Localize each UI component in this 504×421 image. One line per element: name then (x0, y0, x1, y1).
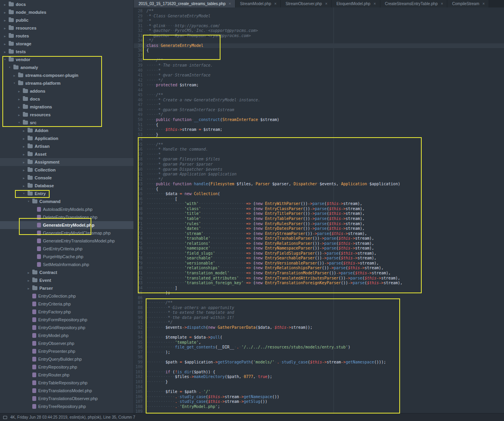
chevron-right-icon[interactable]: ▶ (22, 129, 26, 132)
code-line[interactable]: 97········); (134, 350, 504, 355)
code-line[interactable]: 100 (134, 365, 504, 370)
code-line[interactable]: 78················'searchable'··········… (134, 256, 504, 261)
tree-item-streams-composer-plugin[interactable]: ▶streams-composer-plugin (0, 71, 133, 79)
tab-EloquentModel.php[interactable]: EloquentModel.php× (332, 0, 380, 7)
chevron-right-icon[interactable]: ▶ (3, 27, 7, 30)
tree-item-EntryTableRepository.php[interactable]: EntryTableRepository.php (0, 379, 133, 387)
tree-item-docs[interactable]: ▶docs (0, 0, 133, 8)
code-line[interactable]: 45····/** (134, 93, 504, 98)
code-line[interactable]: 89·········*·to·extend·the·template·and (134, 310, 504, 315)
tree-item-routes[interactable]: ▶routes (0, 32, 133, 40)
chevron-right-icon[interactable]: ▶ (17, 90, 21, 93)
code-line[interactable]: 41·····*·@var·StreamInterface (134, 73, 504, 78)
tree-item-GenerateEntryModelClassmap.php[interactable]: GenerateEntryModelClassmap.php (0, 229, 133, 237)
code-line[interactable]: 65········$data·=·new·Collection( (134, 192, 504, 197)
code-line[interactable]: 79················'versionable'·········… (134, 261, 504, 266)
tree-item-storage[interactable]: ▶storage (0, 40, 133, 48)
chevron-down-icon[interactable]: ▼ (27, 200, 30, 203)
tree-item-streams-platform[interactable]: ▼streams-platform (0, 79, 133, 87)
tree-item-EntryPresenter.php[interactable]: EntryPresenter.php (0, 347, 133, 355)
code-line[interactable]: 101········if·(!is_dir($path))·{ (134, 370, 504, 375)
tree-item-Parser[interactable]: ▶Parser (0, 284, 133, 292)
code-line[interactable]: 95············'template', (134, 340, 504, 345)
chevron-right-icon[interactable]: ▶ (22, 177, 26, 179)
file-tree[interactable]: ▶docs▶node_modules▶public▶resources▶rout… (0, 0, 134, 413)
code-line[interactable]: 53····} (134, 132, 504, 138)
tree-item-Assignment[interactable]: ▶Assignment (0, 158, 133, 166)
tree-item-resources[interactable]: ▶resources (0, 111, 133, 119)
code-line[interactable]: 73················'stream'··············… (134, 231, 504, 237)
code-line[interactable]: 69················'title'···············… (134, 211, 504, 216)
chevron-right-icon[interactable]: ▶ (22, 161, 26, 164)
code-line[interactable]: 66············[ (134, 197, 504, 202)
code-line[interactable]: 34·*/ (134, 38, 504, 43)
tree-item-EntryCollection.php[interactable]: EntryCollection.php (0, 292, 133, 300)
code-line[interactable]: 51····{ (134, 123, 504, 128)
tree-item-PurgeHttpCache.php[interactable]: PurgeHttpCache.php (0, 253, 133, 261)
chevron-down-icon[interactable]: ▼ (13, 82, 16, 84)
code-line[interactable]: 106············.·studly_case($this->stre… (134, 395, 504, 400)
code-line[interactable]: 31·*·@link····http://pyrocms.com/ (134, 24, 504, 29)
chevron-right-icon[interactable]: ▶ (22, 137, 26, 140)
code-line[interactable]: 71················'rules'···············… (134, 222, 504, 227)
code-line[interactable]: 70················'table'···············… (134, 216, 504, 222)
tree-item-Entry[interactable]: ▼Entry (0, 190, 133, 197)
code-line[interactable]: 109 (134, 409, 504, 413)
tree-item-docs[interactable]: ▶docs (0, 95, 133, 103)
tree-item-AutoloadEntryModels.php[interactable]: AutoloadEntryModels.php (0, 205, 133, 213)
chevron-right-icon[interactable]: ▶ (22, 153, 26, 156)
code-line[interactable]: 96············file_get_contents(__DIR__·… (134, 345, 504, 350)
chevron-right-icon[interactable]: ▶ (13, 74, 16, 77)
code-line[interactable]: 76················'namespace'···········… (134, 246, 504, 251)
tree-item-EntryCriteria.php[interactable]: EntryCriteria.php (0, 300, 133, 308)
code-line[interactable]: 86 (134, 296, 504, 301)
code-line[interactable]: 47·····* (134, 102, 504, 108)
code-line[interactable]: 62·····*/ (134, 177, 504, 182)
tree-item-Command[interactable]: ▼Command (0, 197, 133, 205)
code-line[interactable]: 46·····*·Create·a·new·GenerateEntryModel… (134, 98, 504, 103)
code-line[interactable]: 107············.·studly_case($this->stre… (134, 399, 504, 404)
code-line[interactable]: 81················'translation_model'···… (134, 271, 504, 276)
code-line[interactable]: 36{ (134, 48, 504, 53)
chevron-right-icon[interactable]: ▶ (27, 279, 30, 282)
chevron-right-icon[interactable]: ▶ (3, 11, 7, 14)
code-line[interactable]: 50····public·function·__construct(Stream… (134, 117, 504, 123)
code-line[interactable]: 82················'translated_attributes… (134, 276, 504, 281)
code-line[interactable]: 29·*·Class·GenerateEntryModel (134, 14, 504, 19)
tree-item-GetEntryCriteria.php[interactable]: GetEntryCriteria.php (0, 245, 133, 253)
code-line[interactable]: 105········$file·=·$path·.·'/' (134, 389, 504, 395)
code-line[interactable]: 80················'relationships'·······… (134, 266, 504, 271)
tree-item-SetMetaInformation.php[interactable]: SetMetaInformation.php (0, 261, 133, 268)
chevron-right-icon[interactable]: ▶ (17, 98, 21, 101)
tree-item-EntryModel.php[interactable]: EntryModel.php (0, 332, 133, 339)
tree-item-node_modules[interactable]: ▶node_modules (0, 8, 133, 16)
code-line[interactable]: 56·····*·Handle·the·command. (134, 147, 504, 152)
code-line[interactable]: 42·····*/ (134, 78, 504, 83)
tree-item-src[interactable]: ▼src (0, 119, 133, 127)
chevron-right-icon[interactable]: ▶ (22, 169, 26, 171)
tree-item-Addon[interactable]: ▶Addon (0, 127, 133, 134)
code-line[interactable]: 102············$files->makeDirectory($pa… (134, 374, 504, 380)
tree-item-DeleteEntryTranslations.php[interactable]: DeleteEntryTranslations.php (0, 213, 133, 221)
tree-item-EntryTreeRepository.php[interactable]: EntryTreeRepository.php (0, 402, 133, 410)
close-icon[interactable]: × (441, 2, 443, 6)
tab-CreateStreamsEntryTable.php[interactable]: CreateStreamsEntryTable.php× (380, 0, 448, 7)
code-line[interactable]: 74················'trashable'···········… (134, 236, 504, 241)
chevron-right-icon[interactable]: ▶ (3, 50, 7, 53)
tree-item-EntryRouter.php[interactable]: EntryRouter.php (0, 371, 133, 379)
code-line[interactable]: 57·····* (134, 152, 504, 157)
code-line[interactable]: 84············] (134, 286, 504, 291)
tree-item-Event[interactable]: ▶Event (0, 276, 133, 284)
chevron-right-icon[interactable]: ▶ (3, 43, 7, 45)
tree-item-migrations[interactable]: ▶migrations (0, 103, 133, 111)
chevron-right-icon[interactable]: ▶ (27, 271, 30, 274)
code-line[interactable]: 72················'dates'···············… (134, 226, 504, 231)
code-line[interactable]: 103········} (134, 380, 504, 385)
chevron-right-icon[interactable]: ▶ (3, 35, 7, 37)
chevron-right-icon[interactable]: ▶ (3, 19, 7, 22)
tree-item-GenerateEntryTranslationsModel.php[interactable]: GenerateEntryTranslationsModel.php (0, 237, 133, 245)
code-line[interactable]: 63····public·function·handle(Filesystem·… (134, 182, 504, 187)
code-line[interactable]: 87········/** (134, 300, 504, 306)
code-line[interactable]: 91·········*/ (134, 320, 504, 325)
close-icon[interactable]: × (274, 2, 277, 6)
